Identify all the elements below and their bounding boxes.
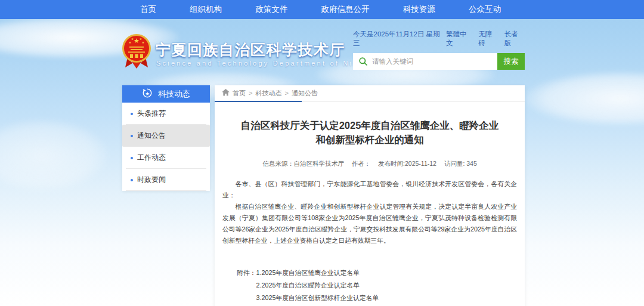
bullet-icon xyxy=(131,157,133,159)
breadcrumb-tech-news[interactable]: 科技动态 xyxy=(255,89,281,98)
sidebar-item-notices[interactable]: 通知公告 xyxy=(122,125,210,147)
cloud-decoration xyxy=(0,17,179,58)
bullet-icon xyxy=(131,179,133,181)
attachment-link-benchmark-list[interactable]: 3.2025年度自治区创新型标杆企业认定名单 xyxy=(256,292,379,304)
search-icon xyxy=(358,57,368,69)
breadcrumb-separator: > xyxy=(249,89,252,97)
main-content-panel: 首页 > 科技动态 > 通知公告 自治区科技厅关于认定2025年度自治区雏鹰企业… xyxy=(215,85,525,306)
article-title: 自治区科技厅关于认定2025年度自治区雏鹰企业、瞪羚企业 和创新型标杆企业的通知 xyxy=(222,118,517,147)
accessibility-link[interactable]: 无障碍 xyxy=(479,30,499,48)
divider xyxy=(126,190,206,191)
svg-text:★: ★ xyxy=(131,37,134,41)
nav-item-home[interactable]: 首页 xyxy=(140,4,156,15)
top-nav-items: 首页 组织机构 政策文件 政府信息公开 科技资源 公众互动 xyxy=(116,0,525,19)
bullet-icon xyxy=(131,113,133,115)
attachment-link-gazelle-list[interactable]: 2.2025年度自治区瞪羚企业认定名单 xyxy=(256,279,379,292)
sidebar-item-political-news[interactable]: 时政要闻 xyxy=(122,169,210,191)
breadcrumb-home[interactable]: 首页 xyxy=(233,89,246,98)
paragraph: 各市、县（区）科技管理部门，宁东能源化工基地管委会，银川经济技术开发区管委会，各… xyxy=(222,178,517,201)
meta-visits: 访问量: 345 xyxy=(444,160,477,167)
traditional-chinese-link[interactable]: 繁體中文 xyxy=(446,30,473,48)
sidebar-item-work-dynamics[interactable]: 工作动态 xyxy=(122,147,210,169)
site-title: 宁夏回族自治区科学技术厅 xyxy=(156,40,345,60)
svg-text:★: ★ xyxy=(145,90,150,96)
national-emblem-logo: ★ ★ ★ ★ ★ xyxy=(121,33,152,73)
sidebar-title: 科技动态 xyxy=(158,89,190,100)
breadcrumb: 首页 > 科技动态 > 通知公告 xyxy=(215,85,525,102)
paragraph: 根据自治区雏鹰企业、瞪羚企业和创新型标杆企业认定管理有关规定，决定认定半亩良人农… xyxy=(222,201,517,246)
search-input[interactable] xyxy=(353,53,497,70)
elderly-version-link[interactable]: 长者版 xyxy=(504,30,525,48)
meta-author: 作者： xyxy=(352,160,371,167)
attachments: 附件： 1.2025年度自治区雏鹰企业认定名单 2.2025年度自治区瞪羚企业认… xyxy=(222,267,517,304)
nav-item-policy-documents[interactable]: 政策文件 xyxy=(255,4,287,15)
page: 首页 组织机构 政策文件 政府信息公开 科技资源 公众互动 ★ ★ ★ ★ ★ xyxy=(0,0,644,306)
breadcrumb-separator: > xyxy=(284,89,288,97)
breadcrumb-active-underline xyxy=(215,101,302,102)
meta-source: 信息来源：自治区科学技术厅 xyxy=(262,160,344,167)
cloud-decoration xyxy=(0,119,107,191)
sidebar-header: ★ 科技动态 xyxy=(122,85,210,103)
breadcrumb-notices[interactable]: 通知公告 xyxy=(292,89,318,98)
cloud-decoration xyxy=(525,72,644,125)
sidebar: ★ 科技动态 头条推荐 通知公告 工作动态 时政要闻 xyxy=(122,85,210,191)
svg-text:★: ★ xyxy=(142,41,145,44)
site-subtitle: Science and Technology Department of Nin… xyxy=(156,60,378,67)
search-bar: 搜索 xyxy=(353,53,525,70)
article-meta: 信息来源：自治区科学技术厅 作者： 发布时间:2025-11-12 访问量: 3… xyxy=(222,160,517,168)
attachments-label: 附件： xyxy=(237,267,256,279)
nav-item-organization[interactable]: 组织机构 xyxy=(190,4,222,15)
nav-item-gov-info-disclosure[interactable]: 政府信息公开 xyxy=(321,4,370,15)
sidebar-item-headline-recommend[interactable]: 头条推荐 xyxy=(122,103,210,125)
meta-publish-date: 发布时间:2025-11-12 xyxy=(378,160,436,167)
search-button[interactable]: 搜索 xyxy=(497,53,525,70)
current-date-text: 今天是2025年11月12日 星期三 xyxy=(353,30,446,48)
header-right: 今天是2025年11月12日 星期三 繁體中文 无障碍 长者版 搜索 xyxy=(353,30,525,70)
tech-news-icon: ★ xyxy=(142,88,153,101)
home-icon xyxy=(222,89,230,97)
nav-item-public-interaction[interactable]: 公众互动 xyxy=(469,4,501,15)
article-body: 各市、县（区）科技管理部门，宁东能源化工基地管委会，银川经济技术开发区管委会，各… xyxy=(222,178,517,246)
svg-text:★: ★ xyxy=(134,37,140,44)
bullet-icon xyxy=(131,135,133,137)
nav-item-tech-resources[interactable]: 科技资源 xyxy=(403,4,435,15)
article: 自治区科技厅关于认定2025年度自治区雏鹰企业、瞪羚企业 和创新型标杆企业的通知… xyxy=(215,118,525,304)
top-nav: 首页 组织机构 政策文件 政府信息公开 科技资源 公众互动 xyxy=(0,0,644,19)
svg-text:★: ★ xyxy=(129,41,132,44)
attachment-link-eagle-list[interactable]: 1.2025年度自治区雏鹰企业认定名单 xyxy=(256,267,379,279)
